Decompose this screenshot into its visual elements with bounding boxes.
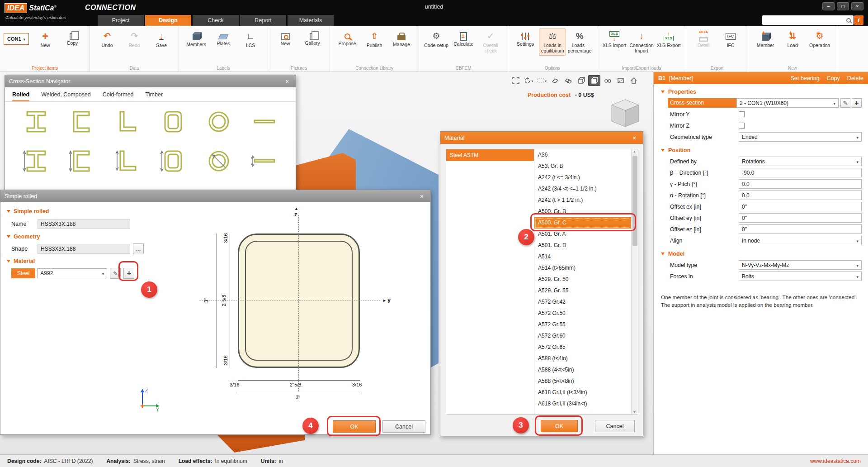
add-cross-section-button[interactable]: [852, 98, 862, 108]
collapse-triangle-icon[interactable]: [661, 149, 665, 152]
navigator-tab-timber[interactable]: Timber: [146, 91, 163, 101]
collapse-triangle-icon[interactable]: [7, 235, 10, 238]
navigator-titlebar[interactable]: Cross-Section Navigator: [5, 75, 296, 87]
forces-in-select[interactable]: Bolts: [739, 272, 862, 281]
search-icon[interactable]: [846, 18, 851, 23]
align-select[interactable]: In node: [739, 236, 862, 245]
connection-import-button[interactable]: Connection Import: [628, 29, 655, 56]
plates-labels-button[interactable]: Plates: [210, 29, 237, 48]
material-grade-item[interactable]: A529. Gr. 55: [534, 285, 631, 296]
material-grade-item[interactable]: A529. Gr. 50: [534, 274, 631, 285]
mirror-y-checkbox[interactable]: [739, 111, 745, 117]
section-shape-pipe[interactable]: [204, 107, 233, 138]
name-input[interactable]: HSS3X3X.188: [38, 219, 130, 229]
wireframe-view-icon[interactable]: [601, 75, 613, 86]
loads-in-equilibrium-toggle[interactable]: Loads in equilibrium: [539, 29, 566, 56]
undo-button[interactable]: Undo: [94, 29, 121, 50]
navigator-tab-cold-formed[interactable]: Cold-formed: [103, 91, 134, 101]
material-grade-item[interactable]: A36: [534, 149, 631, 161]
section-shape-channel-dim[interactable]: [67, 147, 96, 177]
alpha-rotation-input[interactable]: 0.0: [739, 191, 862, 200]
material-grade-item[interactable]: A618 Gr.I,II (3/4in<t): [534, 398, 631, 410]
shape-input[interactable]: HSS3X3X.188: [38, 244, 130, 254]
material-grade-item[interactable]: A514: [534, 251, 631, 262]
close-icon[interactable]: [851, 2, 863, 10]
material-titlebar[interactable]: Material: [440, 132, 643, 144]
model-type-select[interactable]: N-Vy-Vz-Mx-My-Mz: [739, 260, 862, 270]
offset-ey-input[interactable]: 0": [739, 213, 862, 223]
cross-section-select[interactable]: 2 - CON1 (W10X60): [736, 98, 839, 108]
rotate-view-icon[interactable]: [523, 75, 535, 86]
calculate-button[interactable]: Calculate: [450, 29, 477, 49]
material-cancel-button[interactable]: Cancel: [595, 420, 635, 432]
material-grade-item[interactable]: A588 (4<t<5in): [534, 364, 631, 376]
info-icon[interactable]: [854, 15, 863, 25]
material-grade-item[interactable]: A242 (3/4 <t <=1 1/2 in.): [534, 183, 631, 195]
maximize-icon[interactable]: [837, 2, 849, 10]
section-view-icon[interactable]: [614, 75, 627, 86]
material-grade-item[interactable]: A588 (t<4in): [534, 353, 631, 364]
solid-view-icon[interactable]: [575, 75, 587, 86]
section-shape-rect-tube-dim[interactable]: [159, 147, 188, 177]
section-shape-angle[interactable]: [113, 107, 142, 138]
tab-materials[interactable]: Materials: [288, 15, 334, 26]
section-shape-channel[interactable]: [67, 107, 96, 138]
new-load-button[interactable]: + Load: [779, 29, 806, 50]
new-operation-button[interactable]: + Operation: [806, 29, 833, 50]
new-item-button[interactable]: New: [32, 29, 59, 50]
minimize-icon[interactable]: [822, 2, 835, 10]
simple-rolled-cancel-button[interactable]: Cancel: [382, 420, 425, 433]
material-grade-item[interactable]: A242 (t <= 3/4in.): [534, 172, 631, 183]
section-shape-flat-bar-dim[interactable]: [250, 147, 279, 177]
delete-member-button[interactable]: Delete: [847, 75, 863, 81]
navigator-tab-welded-composed[interactable]: Welded, Composed: [41, 91, 91, 101]
propose-button[interactable]: Propose: [334, 29, 361, 48]
marquee-select-icon[interactable]: [536, 75, 548, 86]
zoom-home-icon[interactable]: [627, 75, 640, 86]
publish-button[interactable]: Publish: [361, 29, 388, 50]
collapse-triangle-icon[interactable]: [661, 253, 665, 255]
scrollbar-thumb[interactable]: [632, 156, 637, 246]
set-bearing-button[interactable]: Set bearing: [791, 75, 820, 81]
section-shape-rect-tube[interactable]: [159, 107, 188, 138]
offset-ex-input[interactable]: 0": [739, 202, 862, 211]
copy-member-button[interactable]: Copy: [827, 75, 840, 81]
material-select[interactable]: A992: [37, 268, 107, 278]
gamma-pitch-input[interactable]: 0.0: [739, 179, 862, 189]
manage-button[interactable]: Manage: [388, 29, 415, 49]
geometrical-type-select[interactable]: Ended: [739, 132, 862, 142]
material-grade-item[interactable]: A53. Gr. B: [534, 161, 631, 172]
settings-button[interactable]: Settings: [512, 29, 539, 49]
tab-report[interactable]: Report: [240, 15, 286, 26]
material-grade-item[interactable]: A572 Gr.42: [534, 296, 631, 308]
close-icon[interactable]: [417, 193, 426, 200]
material-grade-item[interactable]: A572 Gr.65: [534, 342, 631, 353]
offset-ez-input[interactable]: 0": [739, 224, 862, 234]
mirror-z-checkbox[interactable]: [739, 123, 745, 129]
collapse-triangle-icon[interactable]: [7, 210, 10, 213]
material-grade-item[interactable]: A572 Gr.50: [534, 308, 631, 319]
section-shape-flat-bar[interactable]: [250, 107, 279, 138]
collapse-triangle-icon[interactable]: [7, 260, 10, 262]
tab-design[interactable]: Design: [145, 15, 191, 26]
simple-rolled-titlebar[interactable]: Simple rolled: [0, 190, 430, 202]
material-grade-item[interactable]: A572 Gr.60: [534, 330, 631, 342]
view-planes-icon[interactable]: [562, 75, 574, 86]
new-picture-button[interactable]: New: [272, 29, 299, 48]
loads-percentage-button[interactable]: Loads - percentage: [566, 29, 593, 56]
new-member-button[interactable]: + Member: [752, 29, 779, 50]
material-grade-item[interactable]: A242 (t > 1 1/2 in.): [534, 195, 631, 206]
view-plane-icon[interactable]: [549, 75, 561, 86]
section-shape-i-beam[interactable]: [22, 107, 51, 138]
lcs-button[interactable]: LCS: [237, 29, 264, 50]
copy-item-button[interactable]: Copy: [59, 29, 86, 48]
members-labels-button[interactable]: Members: [183, 29, 210, 49]
material-category-item[interactable]: Steel ASTM: [446, 149, 534, 161]
tab-check[interactable]: Check: [193, 15, 239, 26]
section-shape-angle-dim[interactable]: [113, 147, 142, 177]
save-button[interactable]: Save: [148, 29, 175, 50]
connection-selector[interactable]: CON1: [4, 33, 29, 45]
material-grade-item[interactable]: A514 (t>65mm): [534, 262, 631, 274]
code-setup-button[interactable]: Code setup: [423, 29, 450, 50]
navigator-tab-rolled[interactable]: Rolled: [12, 91, 29, 101]
